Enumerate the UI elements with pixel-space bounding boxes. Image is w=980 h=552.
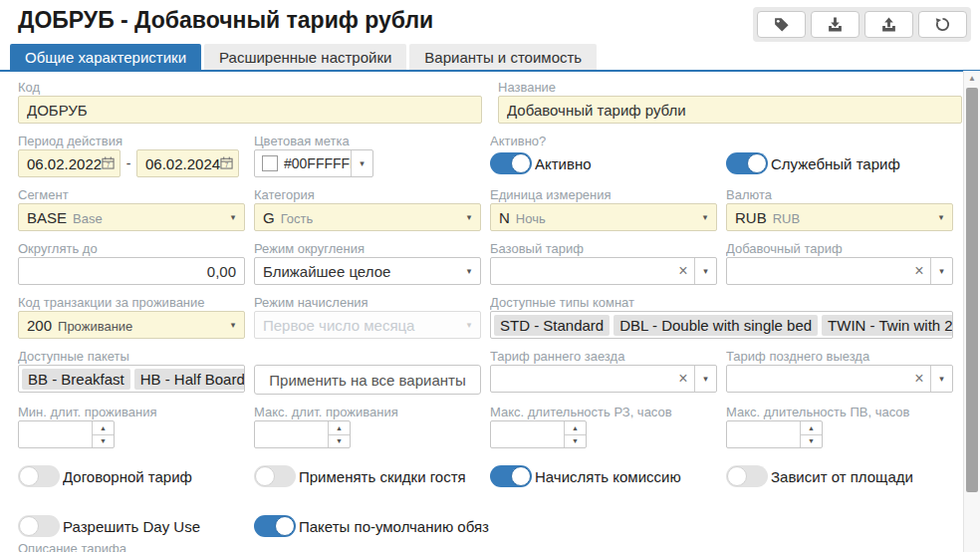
scrollbar-thumb[interactable] xyxy=(966,88,978,492)
currency-select[interactable]: RUBRUB ▾ xyxy=(726,203,953,231)
commission-toggle[interactable] xyxy=(490,465,532,487)
vertical-scrollbar[interactable]: ▲ xyxy=(963,71,980,552)
base-tariff-field: Базовый тариф × ▾ xyxy=(490,241,717,285)
min-stay-input[interactable] xyxy=(19,421,92,447)
contract-tariff-toggle[interactable] xyxy=(18,465,60,487)
clear-icon[interactable]: × xyxy=(672,258,694,284)
min-stay-stepper[interactable]: ▲▼ xyxy=(18,420,115,448)
period-separator: - xyxy=(121,155,136,171)
spin-up-icon[interactable]: ▲ xyxy=(565,421,586,435)
description-field: Описание тарифа xyxy=(18,541,980,552)
package-chip[interactable]: BB - Breakfast xyxy=(22,369,130,390)
early-checkin-field: Тариф раннего заезда × ▾ xyxy=(490,349,717,395)
color-mark-select[interactable]: #00FFFFFF ▾ xyxy=(254,149,373,177)
chevron-down-icon[interactable]: ▾ xyxy=(458,204,480,230)
guest-discounts-toggle[interactable] xyxy=(254,465,296,487)
chevron-down-icon[interactable]: ▾ xyxy=(694,204,716,230)
name-input[interactable] xyxy=(499,97,961,123)
package-chip[interactable]: HB - Half Board xyxy=(134,369,245,390)
day-use-toggle[interactable] xyxy=(18,515,60,537)
tab-advanced[interactable]: Расширенные настройки xyxy=(204,44,406,70)
room-type-chip[interactable]: STD - Standard xyxy=(494,315,610,336)
segment-label: Сегмент xyxy=(18,187,245,203)
spin-down-icon[interactable]: ▼ xyxy=(93,435,114,448)
chevron-down-icon[interactable]: ▾ xyxy=(694,366,716,392)
tag-button[interactable] xyxy=(757,11,806,38)
color-swatch[interactable] xyxy=(262,155,278,171)
transaction-code-code: 200 xyxy=(27,317,52,334)
max-late-hours-label: Макс. длительность ПВ, часов xyxy=(726,405,953,420)
toggle-knob xyxy=(19,516,39,536)
unit-select[interactable]: NНочь ▾ xyxy=(490,203,717,231)
spin-down-icon[interactable]: ▼ xyxy=(329,435,350,448)
base-tariff-select[interactable]: × ▾ xyxy=(490,257,717,285)
header-toolbar xyxy=(753,7,971,42)
clear-icon[interactable]: × xyxy=(908,366,930,392)
chevron-down-icon[interactable]: ▾ xyxy=(930,366,952,392)
chevron-down-icon[interactable]: ▾ xyxy=(222,204,244,230)
upload-button[interactable] xyxy=(864,11,913,38)
clear-icon[interactable]: × xyxy=(672,366,694,392)
room-type-chip[interactable]: TWIN - Twin with 2 beds xyxy=(822,315,953,336)
category-select[interactable]: GГость ▾ xyxy=(254,203,481,231)
max-early-hours-stepper[interactable]: ▲▼ xyxy=(490,420,587,448)
code-input[interactable] xyxy=(19,97,481,123)
round-to-input[interactable] xyxy=(19,258,244,284)
late-checkout-select[interactable]: × ▾ xyxy=(726,365,953,393)
chevron-down-icon[interactable]: ▾ xyxy=(351,150,372,176)
transaction-code-select[interactable]: 200Проживание ▾ xyxy=(18,311,245,339)
round-mode-select[interactable]: Ближайшее целое ▾ xyxy=(254,257,481,285)
early-checkin-select[interactable]: × ▾ xyxy=(490,365,717,393)
room-types-tags[interactable]: STD - Standard DBL - Double with single … xyxy=(490,311,953,339)
active-toggle[interactable] xyxy=(490,152,532,174)
tab-variants[interactable]: Варианты и стоимость xyxy=(409,44,597,70)
early-checkin-label: Тариф раннего заезда xyxy=(490,349,717,365)
calendar-icon[interactable]: 7 xyxy=(220,155,233,172)
max-stay-stepper[interactable]: ▲▼ xyxy=(254,420,351,448)
default-packages-toggle[interactable] xyxy=(254,515,296,537)
period-to-input[interactable]: 06.02.2024 7 xyxy=(136,149,239,177)
tab-bar: Общие характеристики Расширенные настрой… xyxy=(0,44,980,72)
tab-general[interactable]: Общие характеристики xyxy=(10,44,201,70)
apply-all-variants-button[interactable]: Применить на все варианты xyxy=(254,365,481,395)
packages-tags[interactable]: BB - Breakfast HB - Half Board FB - xyxy=(18,365,245,393)
segment-select[interactable]: BASEBase ▾ xyxy=(18,203,245,231)
max-early-hours-input[interactable] xyxy=(491,421,564,447)
calendar-icon[interactable]: 7 xyxy=(102,155,115,172)
clear-icon[interactable]: × xyxy=(908,258,930,284)
chevron-down-icon[interactable]: ▾ xyxy=(930,204,952,230)
max-late-hours-stepper[interactable]: ▲▼ xyxy=(726,420,823,448)
spin-up-icon[interactable]: ▲ xyxy=(801,421,822,435)
service-tariff-toggle[interactable] xyxy=(726,152,768,174)
chevron-down-icon[interactable]: ▾ xyxy=(930,258,952,284)
chevron-down-icon[interactable]: ▾ xyxy=(694,258,716,284)
round-mode-label: Режим округления xyxy=(254,241,481,257)
scroll-up-icon[interactable]: ▲ xyxy=(964,71,980,86)
add-tariff-select[interactable]: × ▾ xyxy=(726,257,953,285)
service-tariff-field: Служебный тариф xyxy=(726,134,953,177)
spin-down-icon[interactable]: ▼ xyxy=(565,435,586,448)
area-dependent-toggle[interactable] xyxy=(726,465,768,487)
active-field: Активно? Активно xyxy=(490,134,717,177)
unit-field: Единица измерения NНочь ▾ xyxy=(490,187,717,231)
chevron-down-icon[interactable]: ▾ xyxy=(458,258,480,284)
max-stay-input[interactable] xyxy=(255,421,328,447)
spin-down-icon[interactable]: ▼ xyxy=(801,435,822,448)
active-toggle-label: Активно xyxy=(535,155,592,172)
chevron-down-icon[interactable]: ▾ xyxy=(222,312,244,338)
add-tariff-label: Добавочный тариф xyxy=(726,241,953,257)
max-stay-label: Макс. длит. проживания xyxy=(254,405,481,420)
max-stay-field: Макс. длит. проживания ▲▼ xyxy=(254,405,481,448)
min-stay-label: Мин. длит. проживания xyxy=(18,405,245,420)
packages-field: Доступные пакеты BB - Breakfast HB - Hal… xyxy=(18,349,245,395)
color-mark-field: Цветовая метка #00FFFFFF ▾ xyxy=(254,134,481,177)
max-late-hours-input[interactable] xyxy=(727,421,800,447)
period-from-input[interactable]: 06.02.2022 7 xyxy=(18,149,121,177)
contract-tariff-label: Договорной тариф xyxy=(63,468,192,485)
room-type-chip[interactable]: DBL - Double with single bed xyxy=(613,315,818,336)
spin-up-icon[interactable]: ▲ xyxy=(329,421,350,435)
history-icon xyxy=(934,16,951,33)
download-button[interactable] xyxy=(811,11,859,38)
history-button[interactable] xyxy=(918,11,967,38)
spin-up-icon[interactable]: ▲ xyxy=(93,421,114,435)
